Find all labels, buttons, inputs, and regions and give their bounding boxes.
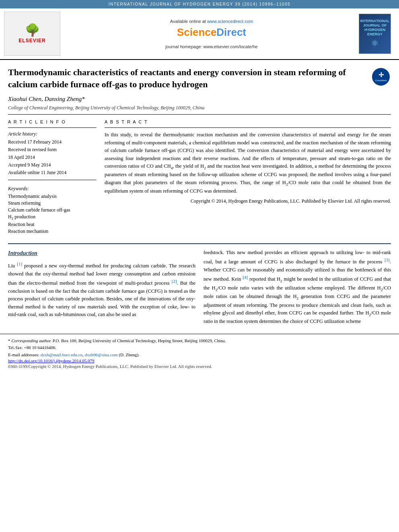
copyright-text: Copyright © 2014, Hydrogen Energy Public… xyxy=(105,198,391,205)
keyword-2: Steam reforming xyxy=(8,200,97,206)
email-attribution: (D. Zheng). xyxy=(119,352,140,357)
body-top-divider xyxy=(8,243,391,244)
journal-homepage-text: journal homepage: www.elsevier.com/locat… xyxy=(165,44,257,49)
accepted-date: Accepted 9 May 2014 xyxy=(8,162,97,168)
corresponding-address: P.O. Box 100, Beijing University of Chem… xyxy=(53,338,226,343)
doi-line: http://dx.doi.org/10.1016/j.ijhydene.201… xyxy=(8,358,391,363)
article-info-divider xyxy=(8,127,97,128)
keyword-1: Thermodynamic analysis xyxy=(8,193,97,199)
journal-cover-title: INTERNATIONALJOURNAL OFHYDROGENENERGY xyxy=(360,19,390,36)
article-title-section: Thermodynamic characteristics of reactan… xyxy=(0,60,399,94)
article-history-label: Article history: xyxy=(8,131,97,137)
sd-logo-sci: Science xyxy=(177,26,216,38)
journal-cover-icon: ⚛ xyxy=(371,38,379,49)
issn-line: 0360-3199/Copyright © 2014, Hydrogen Ene… xyxy=(8,364,391,369)
intro-section-title: Introduction xyxy=(8,249,195,258)
received-date: Received 17 February 2014 xyxy=(8,139,97,146)
abstract-col: A B S T R A C T In this study, to reveal… xyxy=(105,119,391,235)
keywords-section: Keywords: Thermodynamic analysis Steam r… xyxy=(8,186,97,234)
sciencedirect-logo: ScienceDirect xyxy=(177,26,246,39)
intro-col1-text: Liu [1] proposed a new oxy-thermal metho… xyxy=(8,261,195,318)
authors-text: Xiaohui Chen, Danxing Zheng* xyxy=(8,96,85,102)
body-col-right: feedstock. This new method provides an e… xyxy=(204,249,391,326)
journal-header-bar: International Journal of Hydrogen Energy… xyxy=(0,0,399,8)
elsevier-tree-icon: 🌳 xyxy=(25,24,40,36)
keyword-3: Calcium carbide furnace off-gas xyxy=(8,207,97,213)
article-info-col: A R T I C L E I N F O Article history: R… xyxy=(8,119,97,235)
abstract-text: In this study, to reveal the thermodynam… xyxy=(105,131,391,195)
corresponding-author-note: * Corresponding author. P.O. Box 100, Be… xyxy=(8,337,391,345)
publisher-logo-area: 🌳 ELSEVIER xyxy=(4,12,68,56)
article-info-header: A R T I C L E I N F O xyxy=(8,119,97,124)
sd-logo-direct: Direct xyxy=(216,26,246,38)
email-link-1[interactable]: dzxh@mail.buct.edu.cn xyxy=(41,352,83,357)
footnotes-section: * Corresponding author. P.O. Box 100, Be… xyxy=(0,334,399,371)
revised-date: 18 April 2014 xyxy=(8,154,97,161)
abstract-paragraph: In this study, to reveal the thermodynam… xyxy=(105,131,391,195)
ref-3: [3] xyxy=(385,257,390,262)
abstract-header: A B S T R A C T xyxy=(105,119,391,124)
keyword-5: Reaction heat xyxy=(8,222,97,228)
journal-portal-info: Available online at www.sciencedirect.co… xyxy=(72,12,351,56)
revised-label: Received in revised form xyxy=(8,146,97,153)
crossmark-area: ✛ CrossMark xyxy=(371,66,391,86)
body-col-left: Introduction Liu [1] proposed a new oxy-… xyxy=(8,249,195,326)
telfax-line: Tel./fax: +86 10 64416406. xyxy=(8,344,391,351)
affiliation-text: College of Chemical Engineering, Beijing… xyxy=(0,104,399,114)
email-line: E-mail addresses: dzxh@mail.buct.edu.cn,… xyxy=(8,351,391,359)
article-info-abstract-section: A R T I C L E I N F O Article history: R… xyxy=(0,115,399,235)
ref-2: [2] xyxy=(172,279,177,283)
elsevier-name: ELSEVIER xyxy=(19,38,45,43)
sciencedirect-link[interactable]: www.sciencedirect.com xyxy=(207,19,253,24)
article-title: Thermodynamic characteristics of reactan… xyxy=(8,66,367,90)
journal-cover-area: INTERNATIONALJOURNAL OFHYDROGENENERGY ⚛ xyxy=(355,12,395,56)
keyword-4: H2 production xyxy=(8,214,97,220)
authors-section: Xiaohui Chen, Danxing Zheng* xyxy=(0,94,399,104)
available-online-text: Available online at www.sciencedirect.co… xyxy=(170,19,253,24)
keywords-divider xyxy=(8,180,97,180)
available-date: Available online 11 June 2014 xyxy=(8,169,97,176)
abstract-divider xyxy=(105,127,391,128)
corresponding-label: * Corresponding author. xyxy=(8,338,51,343)
keyword-6: Reaction mechanism xyxy=(8,228,97,234)
journal-cover-image: INTERNATIONALJOURNAL OFHYDROGENENERGY ⚛ xyxy=(359,14,391,54)
email-link-2[interactable]: dxzh06@sina.com xyxy=(85,352,118,357)
crossmark-badge: ✛ CrossMark xyxy=(372,68,390,86)
crossmark-symbol: ✛ xyxy=(378,72,384,78)
intro-col2-text: feedstock. This new method provides an e… xyxy=(204,249,391,326)
keywords-label: Keywords: xyxy=(8,186,97,192)
body-two-col: Introduction Liu [1] proposed a new oxy-… xyxy=(8,249,391,326)
ref-1: [1] xyxy=(17,261,22,266)
page-header: 🌳 ELSEVIER Available online at www.scien… xyxy=(0,8,399,60)
crossmark-label: CrossMark xyxy=(375,79,387,82)
ref-4: [4] xyxy=(243,275,248,279)
elsevier-logo: 🌳 ELSEVIER xyxy=(4,12,60,56)
journal-citation: International Journal of Hydrogen Energy… xyxy=(109,2,291,6)
doi-link[interactable]: http://dx.doi.org/10.1016/j.ijhydene.201… xyxy=(8,358,95,363)
body-content: Introduction Liu [1] proposed a new oxy-… xyxy=(0,235,399,330)
